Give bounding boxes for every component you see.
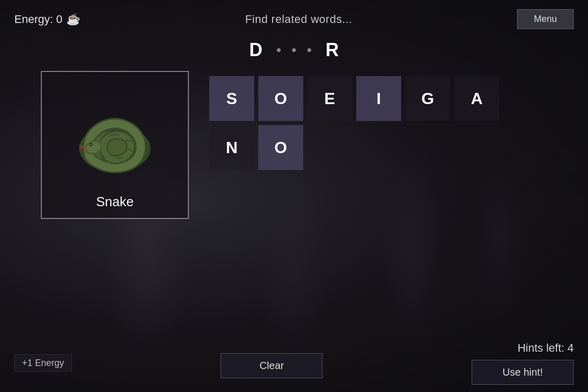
right-footer: Hints left: 4 Use hint! [472, 341, 574, 385]
snake-image [64, 82, 166, 184]
letter-cell-a[interactable]: A [454, 76, 499, 121]
find-words-prompt: Find related words... [245, 13, 352, 26]
word-letter-d: D [246, 39, 266, 61]
coffee-icon: ☕ [66, 13, 80, 26]
game-content: Energy: 0 ☕ Find related words... Menu D… [0, 0, 588, 392]
clear-button[interactable]: Clear [220, 353, 323, 378]
snake-card-label: Snake [42, 194, 188, 210]
word-dot-2: • [291, 42, 297, 58]
letter-cell-o1[interactable]: O [258, 76, 303, 121]
word-dot-3: • [307, 42, 312, 58]
game-area: Snake S O E I G A N O [0, 71, 588, 219]
letter-cell-i[interactable]: I [356, 76, 401, 121]
letter-cell-s[interactable]: S [209, 76, 254, 121]
use-hint-button[interactable]: Use hint! [472, 360, 574, 385]
energy-gain-display: +1 Energy [14, 358, 72, 369]
snake-card: Snake [41, 71, 189, 219]
letter-cell-e[interactable]: E [307, 76, 352, 121]
energy-text: Energy: 0 [14, 13, 62, 26]
hints-left-text: Hints left: 4 [518, 341, 574, 355]
footer: +1 Energy Clear Hints left: 4 Use hint! [0, 341, 588, 392]
center-footer: Clear [220, 348, 323, 378]
word-display: D • • • R [0, 39, 588, 61]
svg-point-5 [90, 144, 92, 145]
letter-cell-o2[interactable]: O [258, 125, 303, 170]
word-dot-1: • [276, 42, 281, 58]
menu-button[interactable]: Menu [517, 9, 574, 29]
letter-row-1: S O E I G A [209, 76, 547, 121]
word-letter-r: R [322, 39, 342, 61]
letter-grid: S O E I G A N O [209, 71, 547, 219]
letter-cell-n[interactable]: N [209, 125, 254, 170]
energy-gain-label: +1 Energy [14, 354, 72, 372]
letter-row-2: N O [209, 125, 547, 170]
header: Energy: 0 ☕ Find related words... Menu [0, 0, 588, 34]
letter-cell-g[interactable]: G [405, 76, 450, 121]
energy-display: Energy: 0 ☕ [14, 13, 80, 26]
